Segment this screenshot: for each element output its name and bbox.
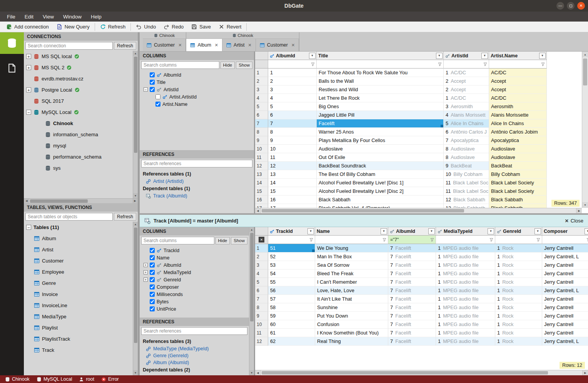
row-header[interactable]: 17 — [255, 204, 268, 208]
grid-cell[interactable]: Black Label Society — [489, 179, 547, 187]
grid-cell[interactable]: 1Rock — [495, 320, 542, 329]
grid-cell[interactable]: I Can't Remember — [315, 278, 388, 286]
table-item-track[interactable]: Track — [24, 345, 138, 356]
grid-cell[interactable]: 61 — [268, 329, 315, 337]
grid-cell[interactable]: Balls to the Wall — [317, 77, 444, 85]
references-search-input[interactable] — [141, 327, 247, 335]
grid-cell[interactable]: 62 — [268, 337, 315, 346]
new-query-button[interactable]: New Query — [53, 22, 94, 32]
grid-cell[interactable]: Audioslave — [489, 153, 547, 162]
grid-cell[interactable]: 1MPEG audio file — [436, 337, 495, 346]
grid-cell[interactable]: Let There Be Rock — [317, 94, 444, 102]
row-header[interactable]: 14 — [255, 179, 268, 187]
connection-item-postgre-local[interactable]: + Postgre Local — [24, 84, 138, 95]
grid-cell[interactable]: 53 — [268, 261, 315, 269]
grid-cell[interactable]: Antônio Carlos Jobim — [489, 128, 547, 136]
redo-button[interactable]: Redo — [160, 22, 187, 32]
files-icon[interactable] — [7, 63, 17, 73]
grid-cell[interactable]: 1MPEG audio file — [436, 269, 495, 278]
grid-cell[interactable]: 1MPEG audio file — [436, 303, 495, 312]
grid-cell[interactable]: 1MPEG audio file — [436, 278, 495, 286]
scroll-thumb[interactable] — [30, 199, 88, 203]
expander-icon[interactable]: + — [144, 278, 148, 282]
grid-cell[interactable]: 13 — [268, 170, 317, 179]
grid-cell[interactable]: Jerry Cantrell — [542, 269, 588, 278]
connection-item-evrdb-metrostav-cz[interactable]: + evrdb.metrostav.cz — [24, 73, 138, 84]
row-header[interactable]: 11 — [255, 329, 268, 337]
scroll-thumb[interactable] — [262, 209, 464, 212]
grid-cell[interactable]: 7Facelift — [388, 244, 436, 253]
column-header-artistid[interactable]: ArtistId▼ — [444, 52, 489, 60]
column-checkbox[interactable] — [150, 255, 155, 260]
chevron-down-icon[interactable]: ▼ — [488, 228, 494, 234]
grid-cell[interactable]: 1Rock — [495, 244, 542, 253]
connection-item-information-schema[interactable]: + information_schema — [24, 129, 138, 140]
grid-cell[interactable]: Jerry Cantrell — [542, 303, 588, 312]
grid-cell[interactable]: Jerry Cantrell — [542, 312, 588, 320]
connections-horizontal-scrollbar[interactable]: ◀ ▶ — [24, 198, 138, 203]
filter-input-artistid[interactable] — [444, 60, 489, 69]
scroll-left-icon[interactable]: ◀ — [255, 208, 261, 213]
close-button[interactable]: ✕ — [577, 2, 585, 10]
row-header[interactable]: 6 — [255, 286, 268, 295]
scroll-thumb[interactable] — [583, 59, 587, 85]
grid-cell[interactable]: The Best Of Billy Cobham — [317, 170, 444, 179]
dbgate-logo[interactable] — [0, 32, 24, 54]
grid-cell[interactable]: 7Facelift — [388, 278, 436, 286]
close-reference-button[interactable]: ✕ Close — [565, 218, 583, 224]
row-header[interactable]: 12 — [255, 162, 268, 170]
grid-cell[interactable]: 59 — [268, 312, 315, 320]
expander-icon[interactable]: − — [144, 87, 148, 92]
connection-item-sys[interactable]: + sys — [24, 162, 138, 174]
grid-cell[interactable]: 60 — [268, 320, 315, 329]
grid-cell[interactable]: 4Alanis Morissett — [444, 111, 489, 119]
grid-cell[interactable]: 51 — [268, 244, 315, 253]
column-header-composer[interactable]: Composer▼ — [542, 227, 588, 236]
column-item-milliseconds[interactable]: + Milliseconds — [140, 291, 249, 298]
grid-cell[interactable]: 7Facelift — [388, 303, 436, 312]
menu-window[interactable]: Window — [58, 12, 86, 22]
scroll-up-icon[interactable]: ▲ — [133, 222, 138, 227]
row-header[interactable]: 7 — [255, 119, 268, 128]
filter-input-name[interactable] — [315, 236, 388, 244]
tab-customer[interactable]: Customer ✕ — [256, 38, 299, 51]
grid-cell[interactable]: 1Rock — [495, 286, 542, 295]
grid-cell[interactable]: 11Black Label Soc — [444, 179, 489, 187]
grid-cell[interactable]: 8Audioslave — [444, 145, 489, 153]
grid-cell[interactable]: Jerry Cantrell — [542, 320, 588, 329]
grid-cell[interactable]: 55 — [268, 278, 315, 286]
close-icon[interactable]: ✕ — [215, 43, 218, 48]
filter-input-genreid[interactable] — [495, 236, 542, 244]
grid-cell[interactable]: It Ain't Like That — [315, 295, 388, 303]
grid-cell[interactable]: 56 — [268, 286, 315, 295]
column-checkbox[interactable] — [150, 299, 155, 304]
connection-item-mysql[interactable]: + mysql — [24, 140, 138, 151]
column-checkbox[interactable] — [155, 94, 160, 99]
grid-cell[interactable]: 7Facelift — [388, 320, 436, 329]
row-header[interactable]: 5 — [255, 102, 268, 111]
hide-button[interactable]: Hide — [220, 62, 235, 69]
row-header[interactable]: 4 — [255, 94, 268, 102]
column-item-unitprice[interactable]: + UnitPrice — [140, 305, 249, 313]
scroll-thumb[interactable] — [262, 371, 548, 375]
revert-button[interactable]: Revert — [215, 22, 245, 32]
grid-cell[interactable]: I Know Somethin (Bout You) — [315, 329, 388, 337]
grid-cell[interactable]: AC/DC — [489, 69, 547, 77]
grid-cell[interactable]: 7Facelift — [388, 269, 436, 278]
grid-cell[interactable]: 1Rock — [495, 312, 542, 320]
table-item-album[interactable]: Album — [24, 233, 138, 244]
grid-cell[interactable]: Jerry Cantrell — [542, 261, 588, 269]
grid-cell[interactable]: Out Of Exile — [317, 153, 444, 162]
column-item-artistid[interactable]: − ArtistId — [140, 86, 254, 93]
grid-cell[interactable]: Audioslave — [317, 145, 444, 153]
grid-cell[interactable]: Restless and Wild — [317, 85, 444, 94]
scroll-thumb[interactable] — [134, 227, 137, 343]
grid-cell[interactable]: 8 — [268, 128, 317, 136]
grid-cell[interactable]: 1MPEG audio file — [436, 286, 495, 295]
menu-help[interactable]: Help — [86, 12, 106, 22]
row-header[interactable]: 8 — [255, 303, 268, 312]
grid-cell[interactable]: BackBeat — [489, 162, 547, 170]
reference-link-track-albumid[interactable]: Track (AlbumId) — [143, 192, 251, 199]
grid-cell[interactable]: Alice In Chains — [489, 119, 547, 128]
grid-cell[interactable]: 7Facelift — [388, 337, 436, 346]
